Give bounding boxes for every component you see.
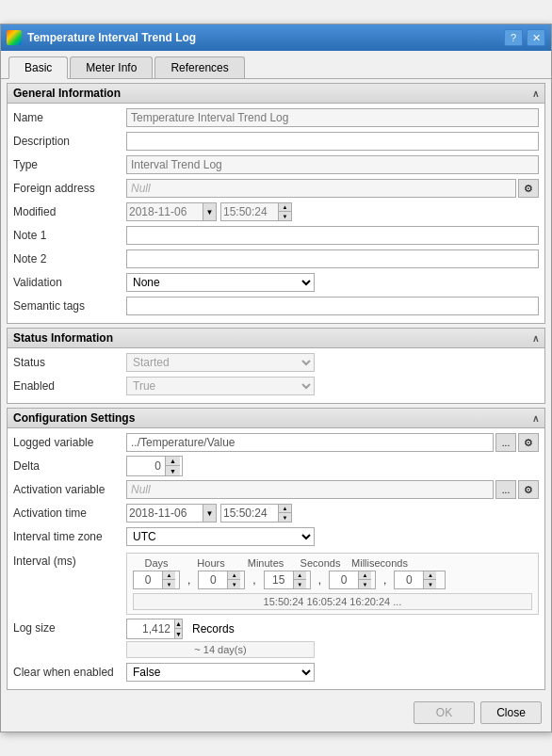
tab-references[interactable]: References <box>154 56 244 78</box>
activation-date-dropdown-button[interactable]: ▼ <box>203 505 216 522</box>
interval-values: ▲ ▼ , ▲ ▼ <box>133 571 532 589</box>
activation-time-down-button[interactable]: ▼ <box>279 513 291 522</box>
log-size-spin-up-button[interactable]: ▲ <box>175 619 182 629</box>
activation-variable-input[interactable] <box>126 480 494 499</box>
validation-label: Validation <box>13 276 126 289</box>
hours-input[interactable] <box>199 571 227 588</box>
seconds-spin-down[interactable]: ▼ <box>359 580 371 588</box>
modified-time-field[interactable] <box>221 203 278 220</box>
delta-label: Delta <box>13 459 126 473</box>
minutes-spin-down[interactable]: ▼ <box>294 580 306 588</box>
modified-time-up-button[interactable]: ▲ <box>279 203 291 212</box>
modified-date-dropdown-button[interactable]: ▼ <box>203 203 216 220</box>
validation-value: None <box>126 273 539 292</box>
type-row: Type <box>13 154 539 175</box>
interval-box: Days Hours Minutes Seconds Milliseconds <box>126 553 539 615</box>
logged-variable-gear-button[interactable]: ⚙ <box>518 433 539 452</box>
validation-row: Validation None <box>13 272 539 293</box>
hours-spin-up[interactable]: ▲ <box>228 571 240 580</box>
seconds-spin-up[interactable]: ▲ <box>359 571 371 580</box>
ok-button[interactable]: OK <box>414 701 475 724</box>
status-collapse-button[interactable]: ∧ <box>532 333 539 344</box>
activation-variable-row: Activation variable ... ⚙ <box>13 479 539 500</box>
delta-spinner-buttons: ▲ ▼ <box>165 457 180 475</box>
modified-time-input[interactable]: ▲ ▼ <box>220 202 292 221</box>
activation-date-input[interactable]: ▼ <box>126 504 217 523</box>
days-input[interactable] <box>134 571 162 588</box>
logged-variable-input[interactable] <box>126 433 494 452</box>
days-input-group: ▲ ▼ <box>133 571 180 589</box>
activation-variable-value: ... ⚙ <box>126 480 539 499</box>
status-select[interactable]: Started <box>126 353 315 372</box>
general-collapse-button[interactable]: ∧ <box>532 88 539 99</box>
description-input[interactable] <box>126 132 539 151</box>
close-button[interactable]: ✕ <box>527 29 545 46</box>
name-value <box>126 108 539 127</box>
activation-time-up-button[interactable]: ▲ <box>279 505 291 513</box>
type-label: Type <box>13 158 126 171</box>
milliseconds-spin-up[interactable]: ▲ <box>424 571 436 580</box>
days-spin-up[interactable]: ▲ <box>163 571 175 580</box>
note2-value <box>126 249 539 268</box>
general-information-title: General Information <box>13 87 121 100</box>
modified-datetime: ▼ ▲ ▼ <box>126 202 539 221</box>
close-button-bottom[interactable]: Close <box>480 701 542 724</box>
type-input[interactable] <box>126 155 539 174</box>
log-size-spin-down-button[interactable]: ▼ <box>175 629 182 638</box>
interval-time-zone-row: Interval time zone UTC <box>13 526 539 547</box>
log-size-input[interactable] <box>127 619 174 638</box>
note1-input[interactable] <box>126 226 539 245</box>
delta-spin-down-button[interactable]: ▼ <box>166 466 180 475</box>
tab-basic[interactable]: Basic <box>8 56 68 79</box>
milliseconds-spin-down[interactable]: ▼ <box>424 580 436 588</box>
minutes-spin-up[interactable]: ▲ <box>294 571 306 580</box>
foreign-address-input[interactable] <box>126 179 516 198</box>
modified-time-down-button[interactable]: ▼ <box>279 212 291 220</box>
log-size-controls: ▲ ▼ Records <box>126 619 539 639</box>
activation-date-field[interactable] <box>127 505 203 522</box>
activation-variable-gear-button[interactable]: ⚙ <box>518 480 539 499</box>
clear-when-enabled-select[interactable]: False True <box>126 663 315 682</box>
activation-time-input[interactable]: ▲ ▼ <box>220 504 292 523</box>
activation-variable-browse-button[interactable]: ... <box>495 480 516 499</box>
seconds-input[interactable] <box>330 571 358 588</box>
activation-time-field[interactable] <box>221 505 278 522</box>
status-row: Status Started <box>13 352 539 373</box>
enabled-value: True <box>126 377 539 395</box>
minutes-input[interactable] <box>265 571 293 588</box>
validation-select[interactable]: None <box>126 273 315 292</box>
days-spin-down[interactable]: ▼ <box>163 580 175 588</box>
modified-date-field[interactable] <box>127 203 203 220</box>
delta-spin-up-button[interactable]: ▲ <box>166 457 180 466</box>
interval-time-zone-select[interactable]: UTC <box>126 527 315 546</box>
note2-input[interactable] <box>126 249 539 268</box>
configuration-collapse-button[interactable]: ∧ <box>532 413 539 424</box>
status-information-body: Status Started Enabled True <box>8 348 544 403</box>
name-row: Name <box>13 107 539 128</box>
hours-spin-down[interactable]: ▼ <box>228 580 240 588</box>
foreign-address-gear-button[interactable]: ⚙ <box>518 179 539 198</box>
configuration-settings-section: Configuration Settings ∧ Logged variable… <box>7 408 545 690</box>
delta-input[interactable] <box>127 457 165 475</box>
enabled-select[interactable]: True <box>126 377 315 395</box>
milliseconds-header: Milliseconds <box>351 557 408 569</box>
name-label: Name <box>13 111 126 124</box>
note2-label: Note 2 <box>13 252 126 265</box>
milliseconds-input[interactable] <box>395 571 423 588</box>
help-button[interactable]: ? <box>504 29 523 46</box>
days-header: Days <box>133 557 180 569</box>
logged-variable-browse-button[interactable]: ... <box>495 433 516 452</box>
name-input[interactable] <box>126 108 539 127</box>
general-information-section: General Information ∧ Name Description <box>7 83 545 324</box>
logged-variable-label: Logged variable <box>13 436 126 449</box>
minutes-input-group: ▲ ▼ <box>264 571 311 589</box>
tab-bar: Basic Meter Info References <box>1 51 551 79</box>
tab-meter-info[interactable]: Meter Info <box>70 56 153 78</box>
modified-value: ▼ ▲ ▼ <box>126 202 539 221</box>
configuration-settings-title: Configuration Settings <box>13 411 135 425</box>
foreign-address-label: Foreign address <box>13 182 126 195</box>
note2-row: Note 2 <box>13 249 539 269</box>
semantic-tags-input[interactable] <box>126 297 539 315</box>
description-label: Description <box>13 135 126 148</box>
modified-date-input[interactable]: ▼ <box>126 202 217 221</box>
